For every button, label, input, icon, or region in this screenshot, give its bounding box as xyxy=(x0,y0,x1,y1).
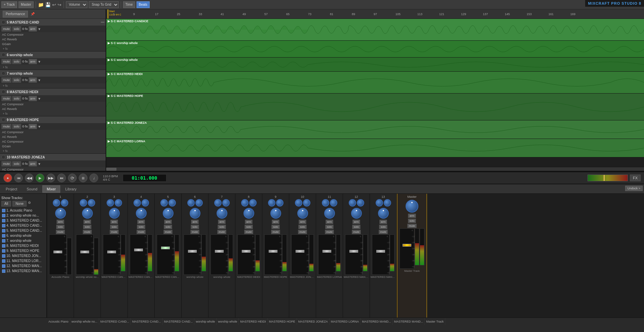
fader-rail-13[interactable]: 6-12-18-24-30-36-42 xyxy=(372,234,389,275)
send-knob-12b[interactable] xyxy=(357,199,364,207)
mute-btn-ch2[interactable]: mute xyxy=(83,230,92,234)
send-knob-12a[interactable] xyxy=(349,199,356,207)
solo-btn-ch5[interactable]: solo xyxy=(164,225,172,229)
mute-btn-3[interactable]: mute xyxy=(1,77,11,83)
arm-btn-ch13[interactable]: arm xyxy=(379,220,387,224)
solo-btn-ch9[interactable]: solo xyxy=(271,225,280,229)
arm-btn-ch11[interactable]: arm xyxy=(326,220,334,224)
send-knob-9b[interactable] xyxy=(276,199,283,207)
fader-rail-11[interactable]: 6-12-18-24-30-36-42 xyxy=(318,234,336,275)
track-list-item-1[interactable]: 1. Acoustic Piano xyxy=(1,208,45,213)
fader-handle-9[interactable] xyxy=(269,250,277,253)
add-fx-1[interactable]: + fx xyxy=(1,47,9,51)
add-fx-3[interactable]: + fx xyxy=(1,84,9,88)
send-knob-11a[interactable] xyxy=(322,199,329,207)
mute-btn-ch9[interactable]: mute xyxy=(271,230,280,234)
scrollbar-thumb[interactable] xyxy=(106,168,116,171)
master-button[interactable]: Master xyxy=(18,1,34,8)
fader-rail-6[interactable]: 6-12-18-24-30-36-42 xyxy=(184,234,201,275)
send-knob-6a[interactable] xyxy=(187,199,195,207)
record-button[interactable]: ● xyxy=(3,174,12,182)
solo-btn-ch13[interactable]: solo xyxy=(379,225,387,229)
fader-rail-10[interactable]: 6-12-18-24-30-36-42 xyxy=(291,234,309,275)
master-fx-button[interactable]: FX xyxy=(630,175,641,181)
solo-btn-master[interactable]: solo xyxy=(408,219,416,223)
play-button[interactable]: ▶ xyxy=(36,174,44,182)
arm-btn-ch8[interactable]: arm xyxy=(245,220,253,224)
fader-rail-3[interactable]: 6-12-18-24-30-36-42 xyxy=(103,234,120,275)
arm-btn-ch7[interactable]: arm xyxy=(218,220,226,224)
send-knob-5a[interactable] xyxy=(160,199,168,207)
track-list-item-10[interactable]: 10. MASTERED JON... xyxy=(1,253,45,258)
mute-btn-4[interactable]: mute xyxy=(1,96,11,101)
fader-handle-7[interactable] xyxy=(215,250,224,253)
channel-knob-8[interactable] xyxy=(243,208,254,219)
solo-btn-ch2[interactable]: solo xyxy=(83,225,91,229)
channel-knob-12[interactable] xyxy=(351,208,362,219)
fader-handle-2[interactable] xyxy=(80,251,89,253)
channel-knob-2[interactable] xyxy=(82,208,93,219)
fader-handle-13[interactable] xyxy=(376,250,385,253)
add-fx-4[interactable]: + fx xyxy=(1,112,9,116)
send-knob-2a[interactable] xyxy=(80,199,87,207)
track-list-item-13[interactable]: 13. MASTERED MAN... xyxy=(1,268,45,273)
channel-knob-6[interactable] xyxy=(190,208,200,219)
arm-btn-3[interactable]: arm xyxy=(29,77,37,83)
track-list-item-8[interactable]: 8. MASTERED HEIDI xyxy=(1,243,45,248)
tab-mixer[interactable]: Mixer xyxy=(42,185,60,193)
undock-button[interactable]: Undock > xyxy=(625,186,643,191)
send-knob-1a[interactable] xyxy=(53,199,60,207)
send-knob-10b[interactable] xyxy=(303,199,310,207)
mute-btn-5[interactable]: mute xyxy=(1,124,11,129)
fader-rail-9[interactable]: 6-12-18-24-30-36-42 xyxy=(264,234,282,275)
tab-library[interactable]: Library xyxy=(61,185,81,193)
tab-project[interactable]: Project xyxy=(1,185,22,193)
mute-btn-ch8[interactable]: mute xyxy=(244,230,254,234)
solo-btn-1[interactable]: solo xyxy=(12,26,21,32)
mute-btn-2[interactable]: mute xyxy=(1,59,11,64)
arm-btn-ch12[interactable]: arm xyxy=(352,220,361,224)
solo-btn-ch10[interactable]: solo xyxy=(298,225,307,229)
mute-btn-ch10[interactable]: mute xyxy=(298,230,307,234)
add-fx-2[interactable]: + fx xyxy=(1,65,9,69)
fader-handle-master[interactable] xyxy=(403,244,411,247)
solo-btn-5[interactable]: solo xyxy=(12,124,21,129)
timeline-scrollbar[interactable] xyxy=(106,167,644,171)
fader-rail-1[interactable]: 6-12-18-24-30-36-42 xyxy=(49,234,67,275)
channel-knob-7[interactable] xyxy=(217,208,227,219)
fader-handle-5[interactable] xyxy=(161,247,170,249)
arm-btn-6[interactable]: arm xyxy=(29,161,37,167)
beats-button[interactable]: Beats xyxy=(137,1,150,8)
channel-knob-13[interactable] xyxy=(378,208,389,219)
channel-knob-1[interactable] xyxy=(55,208,66,219)
solo-btn-2[interactable]: solo xyxy=(12,59,21,64)
loop-button[interactable]: ⟳ xyxy=(68,174,77,182)
channel-knob-9[interactable] xyxy=(270,208,281,219)
send-knob-3a[interactable] xyxy=(107,199,114,207)
send-knob-11b[interactable] xyxy=(330,199,337,207)
track-list-item-3[interactable]: 3. MASTERED CAND... xyxy=(1,218,45,223)
solo-btn-ch6[interactable]: solo xyxy=(191,225,199,229)
fader-rail-5[interactable]: 6-12-18-24-30-36-42 xyxy=(157,234,174,275)
fader-rail-12[interactable]: 6-12-18-24-30-36-42 xyxy=(345,234,363,275)
fader-handle-10[interactable] xyxy=(296,250,304,253)
mute-btn-1[interactable]: mute xyxy=(1,26,11,32)
send-knob-10a[interactable] xyxy=(295,199,302,207)
snap-button[interactable]: ⊞ xyxy=(79,174,87,182)
fader-rail-2[interactable]: 6-12-18-24-30-36-42 xyxy=(76,234,93,275)
solo-btn-4[interactable]: solo xyxy=(12,96,21,101)
solo-btn-ch8[interactable]: solo xyxy=(244,225,253,229)
master-knob[interactable] xyxy=(406,200,418,213)
arm-btn-ch4[interactable]: arm xyxy=(137,220,145,224)
arm-btn-5[interactable]: arm xyxy=(29,124,37,129)
mute-btn-ch11[interactable]: mute xyxy=(325,230,334,234)
click-button[interactable]: ♩ xyxy=(89,174,98,182)
track-list-item-4[interactable]: 4. MASTERED CAND... xyxy=(1,223,45,228)
track-list-item-6[interactable]: 6. worship whole xyxy=(1,233,45,238)
arm-btn-ch2[interactable]: arm xyxy=(83,220,91,224)
track-list-item-5[interactable]: 5. MASTERED CAND... xyxy=(1,228,45,233)
snap-dropdown[interactable]: Snap To Grid xyxy=(89,1,119,8)
track-list-item-12[interactable]: 12. MASTERED MAN... xyxy=(1,263,45,268)
track-list-item-2[interactable]: 2. worship whole no... xyxy=(1,213,45,218)
fader-rail-8[interactable]: 6-12-18-24-30-36-42 xyxy=(237,234,255,275)
